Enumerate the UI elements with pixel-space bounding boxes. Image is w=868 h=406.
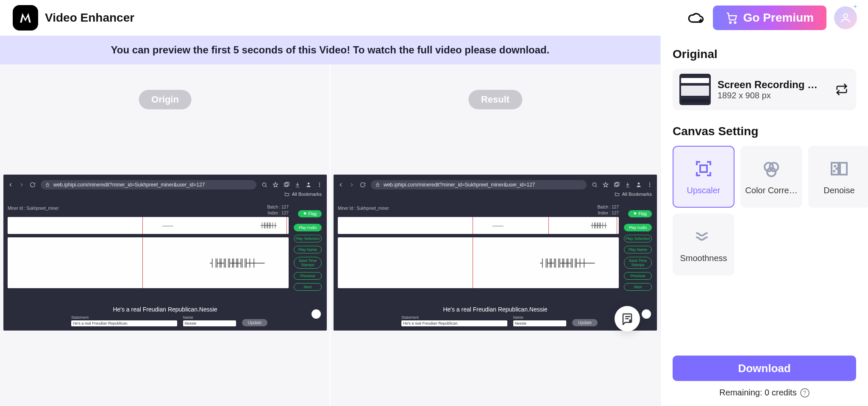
go-premium-label: Go Premium — [743, 11, 814, 25]
canvas-settings-grid: Upscaler Color Corre… Denoise Smoothness — [673, 146, 856, 275]
origin-chip: Origin — [139, 90, 192, 109]
previous-button: Previous — [624, 272, 652, 280]
update-button: Update — [572, 319, 598, 326]
play-name-button: Play Name — [294, 246, 322, 253]
mock-browser-bar: web.iphipi.com/mineredit?miner_id=Sukhpr… — [334, 180, 657, 190]
setting-label: Smoothness — [680, 253, 727, 263]
help-icon[interactable]: ? — [800, 388, 810, 398]
previous-button: Previous — [294, 272, 322, 280]
denoise-icon — [829, 159, 849, 179]
svg-rect-24 — [840, 163, 847, 175]
main-area: You can preview the first 5 seconds of t… — [0, 36, 868, 406]
feedback-button[interactable] — [615, 306, 640, 331]
svg-point-10 — [319, 186, 320, 187]
caption-form: Statement He's a real Freudian Republica… — [71, 315, 267, 326]
setting-smoothness[interactable]: Smoothness — [673, 214, 734, 275]
side-buttons: Play Audio Play Selection Play Name Save… — [294, 224, 322, 291]
all-bookmarks: All Bookmarks — [615, 192, 652, 197]
svg-point-8 — [319, 183, 320, 184]
original-heading: Original — [673, 47, 856, 61]
waveform-main: ┤╟╫╢╟╫╫╢╟┼┼── — [8, 237, 289, 288]
batch-index: Batch : 127Index : 127 — [267, 204, 289, 216]
svg-point-22 — [767, 168, 776, 176]
preview-pane: You can preview the first 5 seconds of t… — [0, 36, 660, 406]
download-button[interactable]: Download — [673, 356, 856, 381]
svg-point-9 — [319, 184, 320, 185]
svg-point-7 — [308, 183, 310, 185]
compare-view: Origin web.iphipi.com/mineredit?miner_id… — [0, 64, 660, 406]
update-button: Update — [242, 319, 267, 326]
avatar-button[interactable] — [834, 6, 857, 29]
svg-point-26 — [836, 168, 837, 169]
waveform-mini: ————— ┼╫╫╫┼┼ — [338, 217, 619, 234]
play-audio-button: Play Audio — [294, 224, 322, 231]
flag-button: ⚑ Flag — [298, 210, 322, 217]
app-logo[interactable] — [13, 5, 38, 31]
app-header: Video Enhancer Go Premium — [0, 0, 868, 36]
play-name-button: Play Name — [624, 246, 652, 253]
setting-label: Color Corre… — [745, 186, 797, 195]
canvas-setting-heading: Canvas Setting — [673, 125, 856, 138]
svg-point-4 — [262, 183, 266, 186]
svg-point-17 — [649, 184, 650, 185]
svg-rect-3 — [46, 184, 49, 186]
origin-column: Origin web.iphipi.com/mineredit?miner_id… — [0, 64, 330, 406]
file-dimensions: 1892 x 908 px — [718, 91, 819, 100]
svg-point-18 — [649, 186, 650, 187]
svg-point-12 — [593, 183, 596, 186]
flag-button: ⚑ Flag — [628, 210, 652, 217]
svg-point-27 — [834, 171, 835, 172]
smoothness-icon — [693, 226, 714, 247]
svg-rect-11 — [376, 184, 379, 186]
upscaler-icon — [693, 159, 714, 179]
caption-form: Statement He's a real Freudian Republica… — [401, 315, 598, 326]
side-buttons: Play Audio Play Selection Play Name Save… — [624, 224, 652, 291]
mock-url-bar: web.iphipi.com/mineredit?miner_id=Sukhpr… — [41, 180, 256, 189]
preview-banner: You can preview the first 5 seconds of t… — [0, 36, 660, 64]
miner-id: Miner Id : Sukhpreet_miner — [338, 206, 389, 211]
miner-id: Miner Id : Sukhpreet_miner — [8, 206, 59, 211]
cloud-sync-icon[interactable] — [687, 8, 705, 27]
play-audio-button: Play Audio — [624, 224, 652, 231]
caption-text: He's a real Freudian Republican.Nessie — [334, 306, 657, 313]
setting-label: Denoise — [823, 186, 854, 195]
svg-point-25 — [835, 166, 835, 167]
svg-point-0 — [729, 22, 731, 23]
go-premium-button[interactable]: Go Premium — [713, 6, 826, 30]
waveform-mini: ————— ┼╫╫╫┼┼ — [8, 217, 289, 234]
header-left: Video Enhancer — [13, 5, 134, 31]
origin-preview: web.iphipi.com/mineredit?miner_id=Sukhpr… — [3, 175, 327, 331]
setting-color-correction[interactable]: Color Corre… — [740, 146, 802, 208]
result-chip: Result — [468, 90, 522, 109]
mock-browser-bar: web.iphipi.com/mineredit?miner_id=Sukhpr… — [3, 180, 327, 190]
setting-denoise[interactable]: Denoise — [808, 146, 868, 208]
batch-index: Batch : 127Index : 127 — [597, 204, 619, 216]
play-selection-button: Play Selection — [624, 235, 652, 242]
svg-point-2 — [843, 14, 847, 18]
result-preview: web.iphipi.com/mineredit?miner_id=Sukhpr… — [334, 175, 657, 331]
play-selection-button: Play Selection — [294, 235, 322, 242]
header-right: Go Premium — [687, 6, 857, 30]
caption-text: He's a real Freudian Republican.Nessie — [3, 306, 327, 313]
save-timestamps-button: Save Time Stamps — [624, 257, 652, 269]
setting-label: Upscaler — [687, 186, 721, 195]
file-name: Screen Recording 202… — [718, 79, 819, 91]
result-column: Result web.iphipi.com/mineredit?miner_id… — [330, 64, 660, 406]
mock-fab — [642, 309, 651, 319]
mock-fab — [312, 309, 321, 319]
svg-point-1 — [734, 22, 736, 23]
color-correction-icon — [761, 159, 782, 179]
replace-file-button[interactable] — [834, 82, 849, 97]
svg-point-15 — [638, 183, 640, 185]
waveform-main: ┤╟╫╢╟╫╫╢╟┼┼── — [338, 237, 619, 288]
svg-point-16 — [649, 183, 650, 184]
file-thumbnail — [679, 74, 711, 105]
all-bookmarks: All Bookmarks — [284, 192, 322, 197]
mock-url-bar: web.iphipi.com/mineredit?miner_id=Sukhpr… — [371, 180, 587, 189]
settings-panel: Original Screen Recording 202… 1892 x 90… — [660, 36, 868, 406]
setting-upscaler[interactable]: Upscaler — [673, 146, 734, 208]
app-title: Video Enhancer — [45, 11, 134, 25]
svg-rect-19 — [700, 165, 707, 172]
original-file-card: Screen Recording 202… 1892 x 908 px — [673, 69, 856, 110]
next-button: Next — [624, 283, 652, 291]
